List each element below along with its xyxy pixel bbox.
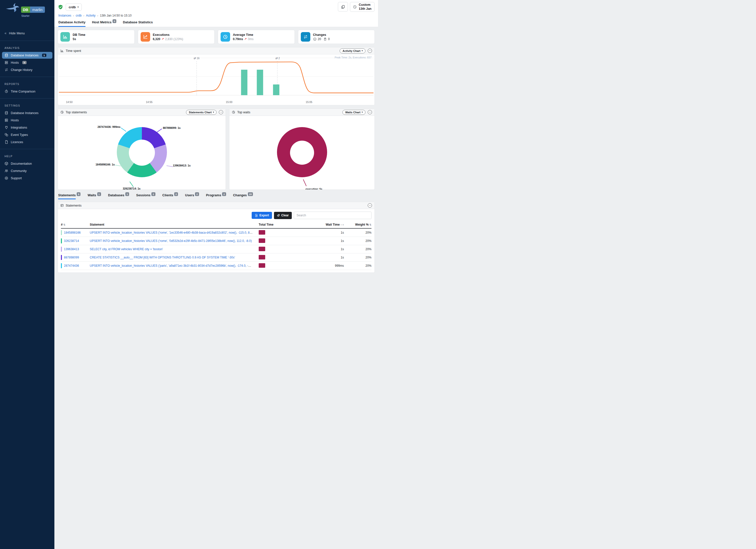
statement-link[interactable]: UPSERT INTO vehicle_location_histories V… bbox=[90, 264, 255, 267]
pie-chart-icon bbox=[232, 111, 235, 114]
column-total-time[interactable]: Total Time bbox=[259, 223, 299, 226]
sidebar-item-community[interactable]: Community bbox=[2, 167, 52, 174]
collapse-panel-button[interactable]: − bbox=[219, 110, 223, 114]
sidebar-item-hosts-settings[interactable]: Hosts bbox=[2, 117, 52, 124]
main-area: crdb ▾ Custom 13th Jan Instances › crdb bbox=[54, 0, 378, 275]
breadcrumb-activity[interactable]: Activity bbox=[86, 14, 96, 17]
collapse-panel-button[interactable]: − bbox=[368, 49, 372, 53]
card-executions: Executions 6,320 ↗ 2,830 (123%) bbox=[138, 30, 215, 44]
table-row[interactable]: 326238714 UPSERT INTO vehicle_location_h… bbox=[61, 237, 371, 245]
slice-label: 139638413: 1s bbox=[173, 164, 191, 167]
section-title-settings: SETTINGS bbox=[0, 99, 54, 109]
sort-icon[interactable]: ⇅ bbox=[63, 223, 65, 226]
x-tick: 15:05 bbox=[306, 101, 312, 104]
tab-users[interactable]: Users2 bbox=[185, 193, 199, 199]
export-button[interactable]: Export bbox=[252, 212, 272, 219]
x-axis: 14:50 14:55 15:00 15:05 bbox=[59, 100, 373, 105]
tab-waits[interactable]: Waits1 bbox=[87, 193, 101, 199]
plug-icon bbox=[5, 126, 8, 129]
table-row[interactable]: 139638413 SELECT city, id FROM vehicles … bbox=[61, 245, 371, 253]
weight-value: 20% bbox=[344, 231, 371, 234]
statement-link[interactable]: UPSERT INTO vehicle_location_histories V… bbox=[90, 239, 252, 243]
count-badge: 5 bbox=[77, 192, 80, 196]
statement-id-link[interactable]: 139638413 bbox=[64, 247, 79, 251]
sidebar-item-documentation[interactable]: Documentation bbox=[2, 160, 52, 167]
statement-id-link[interactable]: 887898099 bbox=[64, 256, 79, 259]
metric-cards: DB Time 5s Executions 6,320 ↗ 2,830 (123… bbox=[58, 30, 375, 44]
tab-host-metrics[interactable]: Host Metrics0 bbox=[92, 20, 116, 27]
collapse-panel-button[interactable]: − bbox=[368, 203, 372, 208]
breadcrumb-crdb[interactable]: crdb bbox=[76, 14, 81, 17]
total-time-bar bbox=[259, 247, 265, 251]
wait-time-value: 1s bbox=[299, 256, 344, 259]
database-icon bbox=[5, 111, 8, 115]
card-changes: Changes 20 0 bbox=[298, 30, 375, 44]
waits-chart-select[interactable]: Waits Chart▾ bbox=[342, 110, 365, 115]
statements-donut-chart[interactable]: 287474436: 999ms 887898099: 1s 184589816… bbox=[58, 116, 226, 190]
table-header-row: #⇅ Statement Total Time Wait Time↑≡ Weig… bbox=[61, 221, 371, 229]
sidebar-item-change-history[interactable]: Change History bbox=[2, 66, 52, 73]
time-range-button[interactable]: Custom 13th Jan bbox=[350, 2, 374, 12]
table-row[interactable]: 1845898166 UPSERT INTO vehicle_location_… bbox=[61, 229, 371, 237]
hide-menu-button[interactable]: « Hide Menu bbox=[0, 30, 54, 37]
tab-clients[interactable]: Clients2 bbox=[162, 193, 178, 199]
table-row[interactable]: 287474436 UPSERT INTO vehicle_location_h… bbox=[61, 262, 371, 270]
search-input[interactable] bbox=[294, 212, 371, 219]
statement-id-link[interactable]: 287474436 bbox=[64, 264, 79, 267]
server-icon bbox=[5, 118, 8, 122]
bar-chart-icon bbox=[60, 32, 70, 42]
clock-icon bbox=[353, 5, 357, 9]
executions-bar bbox=[241, 70, 247, 95]
line-chart-icon bbox=[141, 32, 150, 42]
statement-color-bar bbox=[61, 238, 62, 243]
restart-icon bbox=[323, 37, 327, 41]
column-wait-time[interactable]: Wait Time↑≡ bbox=[299, 223, 344, 226]
section-title-analysis: ANALYSIS bbox=[0, 41, 54, 51]
sidebar-item-integrations[interactable]: Integrations bbox=[2, 124, 52, 131]
column-weight[interactable]: Weight %⇅ bbox=[344, 223, 371, 226]
table-toolbar: Export ↺ Clear bbox=[58, 209, 374, 221]
sidebar-item-time-comparison[interactable]: Time Comparison bbox=[2, 88, 52, 95]
statement-id-link[interactable]: 1845898166 bbox=[64, 231, 81, 234]
statement-id-link[interactable]: 326238714 bbox=[64, 239, 79, 243]
peak-annotation: Peak Time: 2s, Executions: 837 bbox=[335, 56, 371, 59]
tab-sessions[interactable]: Sessions2 bbox=[136, 193, 155, 199]
copy-button[interactable] bbox=[338, 2, 348, 12]
statement-link[interactable]: SELECT city, id FROM vehicles WHERE city… bbox=[90, 247, 163, 251]
label-leader-line bbox=[130, 181, 134, 187]
tab-changes[interactable]: Changes20 bbox=[233, 193, 253, 199]
slice-label: executing: 5s bbox=[306, 188, 322, 190]
weight-value: 20% bbox=[344, 256, 371, 259]
column-statement[interactable]: Statement bbox=[90, 223, 259, 226]
slice-label: 326238714: 1s bbox=[123, 187, 141, 190]
tab-statements[interactable]: Statements5 bbox=[58, 193, 80, 199]
list-icon bbox=[60, 204, 64, 207]
trend-up-icon: ↗ bbox=[244, 37, 247, 41]
sidebar-item-hosts[interactable]: Hosts 0 bbox=[2, 59, 52, 66]
sidebar-item-database-instances-settings[interactable]: Database Instances bbox=[2, 110, 52, 116]
tab-databases[interactable]: Databases1 bbox=[108, 193, 129, 199]
tab-database-statistics[interactable]: Database Statistics bbox=[123, 20, 153, 27]
sidebar-item-database-instances[interactable]: Database Instances 1 bbox=[2, 52, 52, 59]
breadcrumb: Instances › crdb › Activity › 13th Jan 1… bbox=[58, 12, 374, 20]
statement-link[interactable]: CREATE STATISTICS __auto__ FROM [63] WIT… bbox=[90, 256, 235, 259]
waits-donut-chart[interactable]: executing: 5s bbox=[229, 116, 374, 190]
statement-link[interactable]: UPSERT INTO vehicle_location_histories V… bbox=[90, 231, 255, 234]
table-row[interactable]: 887898099 CREATE STATISTICS __auto__ FRO… bbox=[61, 253, 371, 262]
collapse-panel-button[interactable]: − bbox=[368, 110, 372, 114]
statements-chart-select[interactable]: Statements Chart▾ bbox=[186, 110, 217, 115]
activity-chart[interactable]: Peak Time: 2s, Executions: 837 ⇄16 ⇄2 bbox=[58, 54, 374, 100]
panel-title: Top statements bbox=[66, 111, 87, 114]
breadcrumb-instances[interactable]: Instances bbox=[58, 14, 71, 17]
instance-selector-button[interactable]: crdb ▾ bbox=[66, 4, 82, 11]
sidebar-item-licences[interactable]: Licences bbox=[2, 139, 52, 145]
health-shield-icon bbox=[58, 5, 63, 10]
tab-database-activity[interactable]: Database Activity bbox=[58, 20, 85, 27]
tab-programs[interactable]: Programs2 bbox=[206, 193, 226, 199]
clear-button[interactable]: ↺ Clear bbox=[274, 212, 292, 219]
statement-color-bar bbox=[61, 255, 62, 260]
sidebar-item-event-types[interactable]: Event Types bbox=[2, 131, 52, 138]
activity-chart-select[interactable]: Activity Chart▾ bbox=[340, 48, 365, 53]
slice-label: 1845898166: 1s bbox=[96, 163, 115, 166]
sidebar-item-support[interactable]: Support bbox=[2, 175, 52, 181]
